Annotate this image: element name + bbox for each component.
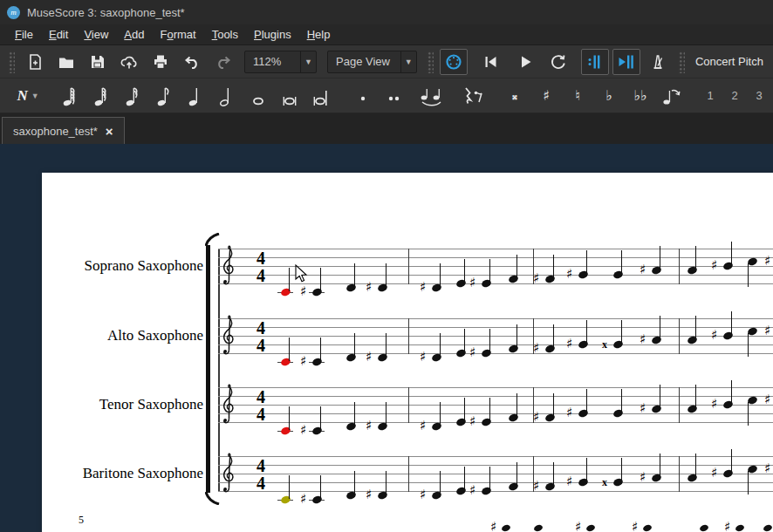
treble-clef[interactable] [221,382,236,431]
note-32nd-button[interactable] [87,83,115,109]
note-quarter-button[interactable] [181,83,209,109]
play-repeats-toggle[interactable] [581,49,609,75]
view-mode-select[interactable]: Page View ▼ [327,51,417,73]
barline[interactable] [408,249,409,284]
voice-2-button[interactable]: 2 [724,83,745,109]
sharp-accidental[interactable]: ♯ [533,340,539,356]
chevron-down-icon[interactable]: ▼ [300,51,316,72]
menu-view[interactable]: View [76,26,116,43]
barline[interactable] [408,456,409,492]
augmentation-dot-button[interactable] [349,83,377,109]
instrument-label[interactable]: Alto Saxophone [29,327,203,344]
menu-file[interactable]: File [7,26,41,43]
menu-add[interactable]: Add [116,26,152,43]
barline[interactable] [679,387,680,423]
sharp-accidental[interactable]: ♯ [300,422,306,438]
voice-1-button[interactable]: 1 [700,83,721,109]
note-64th-button[interactable] [56,83,84,109]
sharp-accidental[interactable]: ♯ [366,349,372,365]
concert-pitch-button[interactable]: Concert Pitch [691,49,768,75]
sharp-accidental[interactable]: ♯ [764,392,770,407]
treble-clef[interactable] [221,451,236,500]
sharp-accidental[interactable]: ♯ [566,266,572,282]
sharp-accidental[interactable]: ♯ [469,482,475,498]
barline[interactable] [679,249,680,284]
sharp-accidental[interactable]: ♯ [711,257,717,273]
rewind-button[interactable] [476,49,504,75]
sharp-accidental[interactable]: ♯ [711,327,717,343]
save-button[interactable] [84,49,112,75]
sharp-accidental[interactable]: ♯ [469,275,475,290]
barline[interactable] [408,387,409,423]
redo-button[interactable] [209,49,237,75]
time-signature-upper[interactable]: 4 [257,388,265,406]
chevron-down-icon[interactable]: ▼ [31,92,39,100]
new-score-button[interactable] [21,49,49,75]
sharp-accidental[interactable]: ♯ [764,460,770,476]
note-breve-button[interactable] [276,83,304,109]
sharp-accidental[interactable]: ♯ [300,353,306,369]
voice-3-button[interactable]: 3 [749,83,770,109]
sharp-accidental[interactable]: ♯ [420,349,426,365]
play-button[interactable] [511,49,539,75]
sharp-accidental[interactable]: ♯ [640,262,646,277]
barline[interactable] [408,318,409,354]
rest-button[interactable] [459,83,487,109]
menu-format[interactable]: Format [152,26,203,43]
treble-clef[interactable] [221,313,236,362]
sharp-accidental[interactable]: ♯ [711,396,717,412]
note-16th-button[interactable] [119,83,147,109]
sharp-accidental[interactable]: ♯ [420,487,426,502]
double-flat-button[interactable]: ♭♭ [626,83,654,109]
tab-saxophone-test[interactable]: saxophone_test* × [2,117,125,144]
sharp-accidental[interactable]: ♯ [366,279,372,295]
sharp-accidental[interactable]: ♯ [366,487,372,502]
instrument-label[interactable]: Baritone Saxophone [29,465,203,482]
note-half-button[interactable] [213,83,241,109]
note-eighth-button[interactable] [150,83,178,109]
sharp-accidental[interactable]: ♯ [575,519,581,532]
zoom-select[interactable]: 112% ▼ [244,51,317,73]
time-signature-upper[interactable]: 4 [257,319,265,337]
sharp-accidental[interactable]: ♯ [764,253,770,269]
tie-button[interactable] [417,83,445,109]
sharp-accidental[interactable]: ♯ [469,413,475,429]
natural-button[interactable]: ♮ [564,83,592,109]
instrument-label[interactable]: Tenor Saxophone [29,396,203,413]
sharp-accidental[interactable]: ♯ [533,478,539,494]
barline[interactable] [679,318,680,354]
sharp-accidental[interactable]: ♯ [640,331,646,347]
note-whole-button[interactable] [244,83,272,109]
sharp-accidental[interactable]: ♯ [724,519,730,532]
flip-direction-button[interactable] [658,83,686,109]
cloud-save-button[interactable] [115,49,143,75]
double-dot-button[interactable] [380,83,408,109]
instrument-label[interactable]: Soprano Saxophone [29,257,203,275]
tab-close-icon[interactable]: × [106,125,113,138]
time-signature-upper[interactable]: 4 [257,457,265,474]
undo-button[interactable] [178,49,206,75]
toolbar-drag-handle[interactable] [427,51,434,73]
double-sharp-button[interactable]: 𝄪 [501,83,529,109]
barline[interactable] [679,456,680,492]
menu-help[interactable]: Help [299,26,339,43]
toolbar-drag-handle[interactable] [678,51,685,73]
sharp-accidental[interactable]: ♯ [566,405,572,420]
metronome-button[interactable] [644,49,672,75]
midi-input-toggle[interactable] [440,49,468,75]
toolbar-drag-handle[interactable] [8,51,15,73]
pan-score-toggle[interactable] [612,49,640,75]
sharp-accidental[interactable]: ♯ [420,418,426,433]
sharp-accidental[interactable]: ♯ [566,474,572,489]
sharp-accidental[interactable]: ♯ [533,270,539,286]
sharp-accidental[interactable]: ♯ [533,409,539,425]
sharp-accidental[interactable]: ♯ [469,344,475,360]
double-sharp-accidental[interactable]: x [602,476,607,489]
double-sharp-accidental[interactable]: x [602,338,607,351]
time-signature-lower[interactable]: 4 [257,406,265,423]
sharp-accidental[interactable]: ♯ [764,323,770,338]
time-signature-lower[interactable]: 4 [257,474,265,492]
menu-tools[interactable]: Tools [204,26,246,43]
sharp-accidental[interactable]: ♯ [566,336,572,351]
sharp-accidental[interactable]: ♯ [490,519,496,532]
